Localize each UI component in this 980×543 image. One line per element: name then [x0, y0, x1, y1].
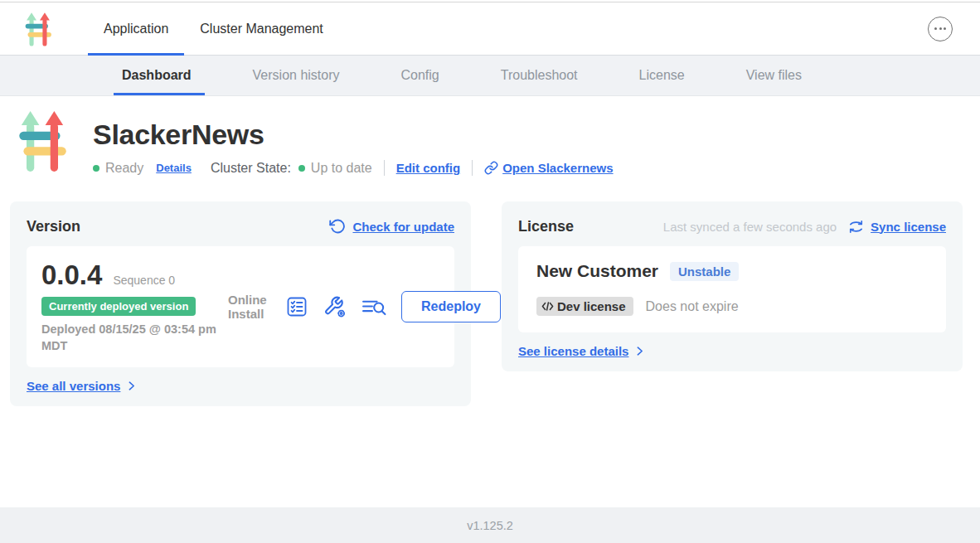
app-logo-icon — [18, 109, 66, 176]
navbar-logo[interactable] — [25, 2, 51, 55]
cluster-status-dot-icon — [298, 165, 305, 172]
tab-application[interactable]: Application — [88, 2, 184, 55]
slackernews-logo-icon — [25, 12, 51, 46]
version-number: 0.0.4 — [41, 259, 102, 291]
divider — [384, 160, 385, 176]
app-status-row: Ready Details Cluster State: Up to date … — [93, 160, 614, 176]
tab-cluster-management[interactable]: Cluster Management — [184, 2, 339, 55]
last-synced-text: Last synced a few seconds ago — [663, 220, 837, 234]
see-license-details-link[interactable]: See license details — [518, 344, 628, 358]
chain-link-icon — [484, 161, 498, 175]
subtab-view-files[interactable]: View files — [741, 56, 807, 95]
channel-badge: Unstable — [670, 262, 739, 281]
divider — [472, 160, 473, 176]
app-subnav: Dashboard Version history Config Trouble… — [0, 56, 980, 96]
subtab-troubleshoot[interactable]: Troubleshoot — [496, 56, 583, 95]
deployed-status-badge: Currently deployed version — [41, 297, 196, 316]
footer-bar: v1.125.2 — [0, 507, 980, 543]
see-all-versions-link[interactable]: See all versions — [27, 379, 120, 393]
refresh-icon — [329, 218, 346, 235]
customer-name: New Customer — [536, 261, 658, 281]
sync-license-link[interactable]: Sync license — [871, 220, 946, 234]
tab-application-label: Application — [104, 22, 168, 36]
open-app-link[interactable]: Open Slackernews — [484, 161, 613, 175]
version-card: Version Check for update 0.0.4 Sequence … — [10, 201, 471, 406]
cluster-state-value: Up to date — [311, 161, 372, 176]
edit-config-link[interactable]: Edit config — [396, 161, 461, 175]
ready-status-dot-icon — [93, 165, 99, 172]
ellipsis-icon — [934, 27, 937, 30]
chevron-right-icon — [126, 381, 137, 391]
deployed-timestamp: Deployed 08/15/25 @ 03:54 pm MDT — [41, 322, 228, 354]
ready-status-text: Ready — [105, 161, 143, 176]
license-card: License Last synced a few seconds ago Sy… — [502, 201, 963, 371]
console-version-text: v1.125.2 — [467, 519, 513, 532]
subtab-config[interactable]: Config — [396, 56, 444, 95]
license-type-badge: Dev license — [536, 297, 633, 316]
subtab-dashboard[interactable]: Dashboard — [117, 56, 196, 95]
sync-arrows-icon — [848, 219, 864, 235]
sequence-label: Sequence 0 — [113, 274, 175, 287]
dashboard-cards: Version Check for update 0.0.4 Sequence … — [0, 201, 980, 406]
page-title: SlackerNews — [93, 119, 614, 151]
overflow-menu-button[interactable] — [928, 17, 953, 41]
main-nav-tabs: Application Cluster Management — [88, 2, 339, 55]
subtab-license[interactable]: License — [634, 56, 690, 95]
config-wrench-gear-icon[interactable] — [323, 295, 347, 318]
tab-cluster-management-label: Cluster Management — [200, 22, 323, 36]
install-type-label: Online Install — [228, 293, 271, 322]
main-navbar: Application Cluster Management — [0, 2, 980, 56]
version-card-title: Version — [27, 218, 80, 235]
app-header: SlackerNews Ready Details Cluster State:… — [0, 96, 980, 176]
code-brackets-icon — [541, 301, 554, 312]
subtab-version-history[interactable]: Version history — [248, 56, 345, 95]
license-summary-panel: New Customer Unstable Dev license Does n… — [518, 246, 946, 332]
expiry-text: Does not expire — [646, 299, 739, 314]
check-for-update-link[interactable]: Check for update — [352, 220, 454, 234]
details-link[interactable]: Details — [156, 162, 192, 174]
cluster-state-label: Cluster State: — [211, 161, 291, 176]
redeploy-button[interactable]: Redeploy — [401, 291, 501, 322]
license-card-title: License — [518, 218, 574, 235]
preflight-checklist-icon[interactable] — [285, 295, 308, 318]
chevron-right-icon — [634, 346, 645, 356]
current-version-panel: 0.0.4 Sequence 0 Currently deployed vers… — [27, 246, 454, 367]
logs-magnifier-icon[interactable] — [361, 297, 387, 318]
